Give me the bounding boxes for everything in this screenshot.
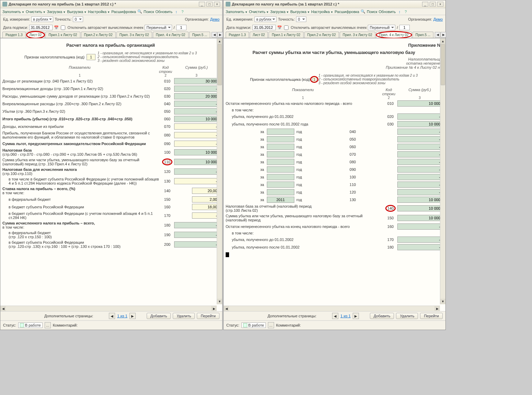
go-button[interactable]: Перейти — [420, 313, 443, 319]
value-input[interactable] — [397, 174, 442, 180]
value-input[interactable] — [174, 149, 219, 155]
value-input[interactable] — [397, 205, 442, 211]
auto-checkbox[interactable] — [284, 25, 288, 30]
setup-menu[interactable]: Настройка▼ — [311, 10, 333, 14]
value-input[interactable] — [192, 188, 219, 194]
minimize-button[interactable]: _ — [199, 2, 205, 7]
setup-menu[interactable]: Настройка▼ — [88, 10, 110, 14]
status-select[interactable]: В работе — [18, 322, 43, 328]
load-menu[interactable]: Загрузка▼ — [47, 10, 66, 14]
unit-select[interactable]: в рублях — [254, 17, 276, 22]
load-menu[interactable]: Загрузка▼ — [270, 10, 289, 14]
value-input[interactable] — [397, 197, 442, 203]
value-input[interactable] — [397, 121, 442, 127]
tab-3[interactable]: Прил.2 к Листу 02 — [304, 32, 339, 38]
value-input[interactable] — [174, 86, 219, 92]
year-input[interactable] — [267, 166, 294, 173]
horizontal-scrollbar[interactable]: ◀▶ — [0, 306, 217, 311]
taxpayer-code-input[interactable]: 1 — [312, 76, 316, 83]
value-input[interactable] — [397, 166, 442, 173]
org-link[interactable]: Демо — [433, 17, 443, 21]
org-link[interactable]: Демо — [210, 17, 219, 21]
clear-menu[interactable]: Очистить▼ — [249, 10, 269, 14]
year-input[interactable] — [267, 189, 294, 195]
value-input[interactable] — [174, 232, 219, 238]
pager-count[interactable]: 1 из 1 — [340, 314, 351, 318]
tab-0[interactable]: Раздел 1.3 — [226, 32, 249, 38]
value-input[interactable] — [397, 159, 442, 165]
value-input[interactable] — [174, 116, 219, 122]
status-more[interactable]: … — [268, 322, 274, 328]
year-input[interactable] — [267, 197, 294, 203]
vertical-scrollbar[interactable]: ▲▼ — [440, 39, 445, 304]
decode-link[interactable]: Расшифровка — [335, 10, 359, 14]
help-icon[interactable]: ? — [403, 10, 408, 14]
upload-menu[interactable]: Выгрузка▼ — [67, 10, 87, 14]
go-button[interactable]: Перейти — [197, 313, 219, 319]
add-button[interactable]: Добавить — [147, 313, 171, 319]
close-button[interactable]: × — [437, 2, 443, 7]
primary-select[interactable]: Первичный — [368, 25, 395, 30]
auto-checkbox[interactable] — [61, 25, 65, 30]
action-icon[interactable]: ↕ — [397, 10, 402, 14]
pager-count[interactable]: 1 из 1 — [117, 314, 127, 318]
value-input[interactable] — [397, 244, 442, 250]
value-input[interactable] — [174, 78, 219, 84]
refresh-link[interactable]: Обновить — [378, 10, 396, 14]
value-input[interactable] — [174, 222, 219, 228]
calendar-icon[interactable]: 📅 — [54, 25, 59, 30]
year-input[interactable] — [267, 151, 294, 157]
value-input[interactable] — [397, 237, 442, 243]
primary-select[interactable]: Первичный — [145, 25, 172, 30]
tab-scroll-left[interactable]: ◀ — [212, 32, 217, 37]
vertical-scrollbar[interactable]: ▲▼ — [217, 39, 222, 304]
tab-2[interactable]: Прил.1 к Листу 02 — [269, 32, 303, 38]
search-link[interactable]: Поиск — [144, 10, 154, 14]
add-button[interactable]: Добавить — [370, 313, 394, 319]
value-input[interactable] — [397, 215, 442, 221]
value-input[interactable] — [174, 178, 219, 184]
search-icon[interactable]: 🔍 — [361, 9, 365, 14]
action-icon[interactable]: ↕ — [174, 10, 179, 14]
value-input[interactable] — [174, 101, 219, 107]
minimize-button[interactable]: _ — [422, 2, 428, 7]
delete-button[interactable]: Удалить — [396, 313, 418, 319]
value-input[interactable] — [397, 129, 442, 135]
value-input[interactable] — [174, 159, 219, 165]
upload-menu[interactable]: Выгрузка▼ — [290, 10, 310, 14]
help-icon[interactable]: ? — [180, 10, 185, 14]
fill-menu[interactable]: Заполнить▼ — [2, 10, 24, 14]
value-input[interactable] — [174, 132, 219, 138]
pager-prev[interactable]: ◀ — [332, 313, 338, 319]
refresh-link[interactable]: Обновить — [155, 10, 172, 14]
value-input[interactable] — [174, 93, 219, 99]
taxpayer-code-input[interactable]: 1 — [87, 54, 95, 60]
value-input[interactable] — [174, 241, 219, 248]
unit-select[interactable]: в рублях — [31, 17, 53, 22]
tab-2[interactable]: Прил.1 к Листу 02 — [45, 32, 80, 38]
tab-5[interactable]: Прил. 4 к Листу 02 — [153, 32, 189, 38]
close-button[interactable]: × — [214, 2, 220, 7]
tab-5[interactable]: Прил. 4 к Листу 02 — [376, 32, 412, 38]
year-input[interactable] — [267, 144, 294, 150]
fill-menu[interactable]: Заполнить▼ — [226, 10, 248, 14]
value-input[interactable] — [397, 151, 442, 157]
status-more[interactable]: … — [45, 322, 51, 328]
tab-3[interactable]: Прил.2 к Листу 02 — [81, 32, 116, 38]
year-input[interactable] — [267, 174, 294, 180]
pager-next[interactable]: ▶ — [353, 313, 359, 319]
value-input[interactable] — [192, 212, 219, 219]
horizontal-scrollbar[interactable]: ◀▶ — [224, 306, 440, 311]
value-input[interactable] — [192, 204, 219, 210]
page-input[interactable] — [176, 25, 186, 30]
tab-6[interactable]: Прил.5 ... — [189, 32, 211, 38]
value-input[interactable] — [397, 100, 442, 107]
value-input[interactable] — [397, 144, 442, 150]
status-select[interactable]: В работе — [241, 322, 266, 328]
maximize-button[interactable]: □ — [430, 2, 436, 7]
search-icon[interactable]: 🔍 — [137, 9, 142, 14]
sign-date-input[interactable] — [29, 25, 53, 30]
value-input[interactable] — [174, 168, 219, 175]
prec-select[interactable]: 0 — [73, 17, 83, 22]
year-input[interactable] — [267, 159, 294, 165]
